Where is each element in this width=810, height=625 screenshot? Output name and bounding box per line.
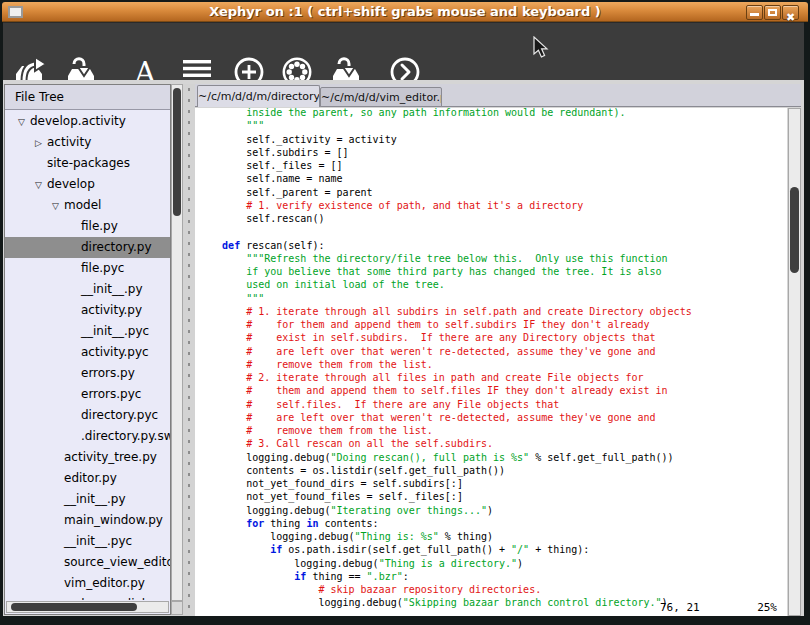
- tree-item-label: welcome_dialog.py: [64, 597, 170, 600]
- toolbar: A: [3, 22, 804, 80]
- tree-item[interactable]: activity_tree.py: [5, 447, 170, 468]
- code-editor[interactable]: inside the parent, so any path informati…: [195, 108, 787, 616]
- tree-item[interactable]: __init__.pyc: [5, 531, 170, 552]
- tree-item-label: directory.py: [81, 240, 152, 254]
- tree-hscroll-thumb[interactable]: [11, 603, 137, 611]
- tab-bar: ~/c/m/d/d/m/directory.py~/c/m/d/d/vim_ed…: [195, 84, 801, 107]
- tree-item-label: activity.py: [81, 303, 142, 317]
- tree-item-label: __init__.py: [64, 492, 126, 506]
- xephyr-window: Xephyr on :1 ( ctrl+shift grabs mouse an…: [0, 0, 810, 625]
- expander-open-icon[interactable]: ▽: [47, 196, 64, 217]
- tree-item-label: activity_tree.py: [64, 450, 157, 464]
- tree-item-label: main_window.py: [64, 513, 163, 527]
- tree-item[interactable]: directory.pyc: [5, 405, 170, 426]
- main-content: File Tree ▽develop.activity▷activitysite…: [3, 80, 804, 616]
- tree-item-label: __init__.pyc: [81, 324, 149, 338]
- tree-item-label: site-packages: [47, 156, 130, 170]
- minimize-icon: [750, 13, 759, 16]
- tree-item-label: errors.pyc: [81, 387, 141, 401]
- scroll-percent: 25%: [757, 601, 777, 614]
- maximize-icon: [768, 9, 777, 16]
- tree-item[interactable]: __init__.py: [5, 489, 170, 510]
- code-text[interactable]: inside the parent, so any path informati…: [198, 108, 692, 610]
- tree-item-label: .directory.py.swp: [81, 429, 170, 443]
- expander-closed-icon[interactable]: ▷: [30, 133, 47, 154]
- tree-item[interactable]: ▽develop.activity: [5, 111, 170, 132]
- editor-vertical-scrollbar[interactable]: [788, 108, 801, 616]
- tree-horizontal-scrollbar[interactable]: [6, 601, 169, 613]
- editor-area: ~/c/m/d/d/m/directory.py~/c/m/d/d/vim_ed…: [195, 84, 801, 616]
- tree-item[interactable]: source_view_editor.py: [5, 552, 170, 573]
- expander-open-icon[interactable]: ▽: [30, 175, 47, 196]
- file-tree-list: ▽develop.activity▷activitysite-packages▽…: [5, 111, 170, 600]
- tab[interactable]: ~/c/m/d/d/vim_editor.py: [320, 87, 442, 107]
- scrollbar-corner: [171, 601, 183, 615]
- tree-item-label: errors.py: [81, 366, 135, 380]
- tree-item[interactable]: errors.py: [5, 363, 170, 384]
- minimize-button[interactable]: [746, 5, 763, 20]
- tree-item-label: develop: [47, 177, 95, 191]
- close-button[interactable]: ✖: [782, 5, 799, 20]
- tab[interactable]: ~/c/m/d/d/m/directory.py: [197, 85, 320, 107]
- tree-item[interactable]: editor.py: [5, 468, 170, 489]
- tree-item[interactable]: welcome_dialog.py: [5, 594, 170, 600]
- tree-item[interactable]: ▽develop: [5, 174, 170, 195]
- tree-item-label: file.pyc: [81, 261, 124, 275]
- cursor-position: 76, 21: [660, 601, 700, 614]
- file-tree-header: File Tree: [5, 85, 170, 110]
- tree-item[interactable]: vim_editor.py: [5, 573, 170, 594]
- tree-item[interactable]: site-packages: [5, 153, 170, 174]
- tree-item[interactable]: errors.pyc: [5, 384, 170, 405]
- maximize-button[interactable]: [764, 5, 781, 20]
- expander-open-icon[interactable]: ▽: [13, 112, 30, 133]
- titlebar[interactable]: Xephyr on :1 ( ctrl+shift grabs mouse an…: [2, 2, 808, 22]
- tree-item-label: __init__.pyc: [64, 534, 132, 548]
- tree-item-label: directory.pyc: [81, 408, 158, 422]
- tree-item-label: activity.pyc: [81, 345, 149, 359]
- tree-item[interactable]: file.pyc: [5, 258, 170, 279]
- tree-item[interactable]: main_window.py: [5, 510, 170, 531]
- tree-item[interactable]: activity.pyc: [5, 342, 170, 363]
- tree-item-label: __init__.py: [81, 282, 143, 296]
- editor-vscroll-thumb[interactable]: [790, 187, 799, 273]
- tree-item[interactable]: directory.py: [5, 237, 170, 258]
- tree-item-label: model: [64, 198, 101, 212]
- tree-item[interactable]: ▽model: [5, 195, 170, 216]
- tree-item[interactable]: ▷activity: [5, 132, 170, 153]
- tree-item-label: vim_editor.py: [64, 576, 145, 590]
- tree-vertical-scrollbar[interactable]: [171, 84, 183, 601]
- tree-item[interactable]: .directory.py.swp: [5, 426, 170, 447]
- file-tree-panel: File Tree ▽develop.activity▷activitysite…: [4, 84, 171, 615]
- tree-item[interactable]: __init__.pyc: [5, 321, 170, 342]
- tree-item-label: file.py: [81, 219, 118, 233]
- tree-vscroll-thumb[interactable]: [173, 88, 181, 216]
- tree-item-label: develop.activity: [30, 114, 126, 128]
- tree-item-label: source_view_editor.py: [64, 555, 170, 569]
- mouse-cursor: [533, 36, 553, 60]
- tree-item[interactable]: activity.py: [5, 300, 170, 321]
- pane-splitter[interactable]: [183, 84, 195, 616]
- tree-item[interactable]: file.py: [5, 216, 170, 237]
- tree-item[interactable]: __init__.py: [5, 279, 170, 300]
- window-title: Xephyr on :1 ( ctrl+shift grabs mouse an…: [2, 2, 808, 22]
- tree-item-label: activity: [47, 135, 91, 149]
- tree-item-label: editor.py: [64, 471, 117, 485]
